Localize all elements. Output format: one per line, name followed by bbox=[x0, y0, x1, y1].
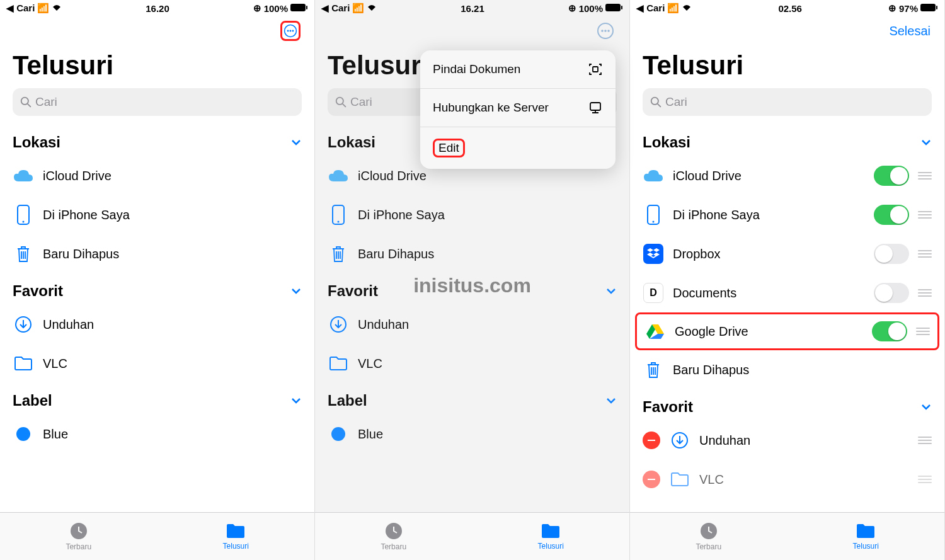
search-icon bbox=[650, 96, 662, 108]
folder-icon bbox=[540, 522, 561, 540]
folder-icon bbox=[855, 522, 876, 540]
status-bar: ◀ Cari 📶 02.56 ⊕ 97% bbox=[630, 0, 944, 16]
list-item[interactable]: Baru Dihapus bbox=[0, 234, 314, 273]
search-icon bbox=[20, 96, 32, 108]
download-icon bbox=[669, 430, 690, 451]
section-label[interactable]: Label bbox=[315, 383, 629, 414]
gdrive-icon bbox=[644, 321, 666, 342]
menu-scan-document[interactable]: Pindai Dokumen bbox=[420, 50, 616, 89]
status-time: 16.20 bbox=[146, 3, 169, 14]
screen-2: ◀ Cari 📶 16.21 ⊕ 100% Telusuri Cari Loka… bbox=[315, 0, 630, 560]
trash-icon bbox=[328, 243, 349, 265]
svg-rect-13 bbox=[621, 6, 622, 9]
toggle-dropbox[interactable] bbox=[874, 244, 909, 264]
svg-rect-12 bbox=[605, 4, 621, 11]
chevron-down-icon bbox=[290, 137, 302, 148]
status-time: 16.21 bbox=[461, 3, 484, 14]
chevron-down-icon bbox=[920, 401, 932, 413]
remove-button[interactable] bbox=[643, 431, 660, 449]
section-favorit[interactable]: Favorit bbox=[0, 273, 314, 305]
remove-button[interactable] bbox=[643, 471, 660, 488]
list-item[interactable]: Unduhan bbox=[315, 305, 629, 344]
svg-line-19 bbox=[343, 104, 346, 107]
tab-recent[interactable]: Terbaru bbox=[0, 513, 158, 560]
back-app-label[interactable]: ◀ Cari bbox=[6, 3, 35, 14]
done-button[interactable]: Selesai bbox=[889, 24, 931, 38]
icloud-icon bbox=[328, 165, 349, 186]
more-button[interactable] bbox=[280, 21, 301, 41]
list-item[interactable]: Baru Dihapus bbox=[630, 350, 944, 389]
svg-line-7 bbox=[28, 104, 31, 107]
tab-browse[interactable]: Telusuri bbox=[158, 513, 315, 560]
orientation-lock-icon: ⊕ bbox=[568, 3, 576, 14]
list-item[interactable]: VLC bbox=[0, 344, 314, 383]
menu-edit[interactable]: Edit bbox=[420, 127, 616, 169]
section-lokasi[interactable]: Lokasi bbox=[630, 125, 944, 156]
list-item[interactable]: Di iPhone Saya bbox=[315, 195, 629, 234]
screen-3: ◀ Cari 📶 02.56 ⊕ 97% Selesai Telusuri Ca… bbox=[630, 0, 945, 560]
tab-bar: Terbaru Telusuri bbox=[315, 512, 629, 560]
battery-pct: 100% bbox=[264, 3, 288, 14]
trash-icon bbox=[643, 359, 664, 380]
tab-browse[interactable]: Telusuri bbox=[472, 513, 630, 560]
watermark: inisitus.com bbox=[413, 274, 531, 297]
drag-handle-icon[interactable] bbox=[916, 328, 930, 335]
back-app-label[interactable]: ◀ Cari bbox=[321, 3, 350, 14]
list-item[interactable]: Blue bbox=[315, 414, 629, 454]
section-label[interactable]: Label bbox=[0, 383, 314, 414]
folder-icon bbox=[328, 353, 349, 374]
nav-bar bbox=[0, 16, 314, 45]
toggle-documents[interactable] bbox=[874, 283, 909, 303]
menu-connect-server[interactable]: Hubungkan ke Server bbox=[420, 89, 616, 127]
list-item[interactable]: iCloud Drive bbox=[0, 156, 314, 195]
battery-icon bbox=[290, 3, 308, 14]
toggle-gdrive[interactable] bbox=[872, 321, 907, 341]
toggle-iphone[interactable] bbox=[874, 205, 909, 225]
chevron-down-icon bbox=[605, 395, 617, 406]
edit-location-row: iCloud Drive bbox=[630, 156, 944, 195]
tab-recent[interactable]: Terbaru bbox=[630, 513, 788, 560]
list-item[interactable]: Unduhan bbox=[0, 305, 314, 344]
edit-location-row: Dropbox bbox=[630, 234, 944, 273]
server-icon bbox=[588, 100, 603, 115]
signal-icon: 📶 bbox=[667, 3, 679, 14]
status-bar: ◀ Cari 📶 16.21 ⊕ 100% bbox=[315, 0, 629, 16]
section-lokasi[interactable]: Lokasi bbox=[0, 125, 314, 156]
svg-point-21 bbox=[338, 221, 340, 223]
svg-point-16 bbox=[604, 30, 607, 32]
page-title: Telusuri bbox=[0, 45, 314, 84]
iphone-icon bbox=[643, 204, 664, 226]
list-item[interactable]: Di iPhone Saya bbox=[0, 195, 314, 234]
tab-browse[interactable]: Telusuri bbox=[788, 513, 945, 560]
svg-point-15 bbox=[601, 30, 604, 32]
search-input[interactable]: Cari bbox=[643, 88, 932, 116]
drag-handle-icon[interactable] bbox=[918, 211, 932, 219]
battery-icon bbox=[920, 3, 938, 14]
battery-icon bbox=[605, 3, 623, 14]
list-item[interactable]: Baru Dihapus bbox=[315, 234, 629, 273]
clock-icon bbox=[699, 522, 718, 540]
more-menu-popover: Pindai Dokumen Hubungkan ke Server Edit bbox=[420, 50, 616, 169]
svg-point-5 bbox=[292, 30, 294, 32]
icloud-icon bbox=[643, 165, 664, 186]
search-input[interactable]: Cari bbox=[13, 88, 302, 116]
list-item[interactable]: VLC bbox=[315, 344, 629, 383]
section-favorit[interactable]: Favorit bbox=[630, 389, 944, 421]
nav-bar: Selesai bbox=[630, 16, 944, 45]
back-app-label[interactable]: ◀ Cari bbox=[636, 3, 665, 14]
toggle-icloud[interactable] bbox=[874, 166, 909, 186]
drag-handle-icon[interactable] bbox=[918, 437, 932, 444]
tab-recent[interactable]: Terbaru bbox=[315, 513, 472, 560]
drag-handle-icon[interactable] bbox=[918, 476, 932, 483]
edit-location-row-gdrive: Google Drive bbox=[635, 312, 939, 350]
download-icon bbox=[328, 314, 349, 335]
documents-icon: D bbox=[643, 282, 664, 304]
drag-handle-icon[interactable] bbox=[918, 250, 932, 258]
drag-handle-icon[interactable] bbox=[918, 289, 932, 297]
chevron-down-icon bbox=[605, 285, 617, 297]
drag-handle-icon[interactable] bbox=[918, 172, 932, 180]
more-button[interactable] bbox=[595, 21, 616, 41]
list-item[interactable]: Blue bbox=[0, 414, 314, 454]
svg-point-4 bbox=[290, 30, 292, 32]
svg-point-34 bbox=[653, 221, 655, 223]
